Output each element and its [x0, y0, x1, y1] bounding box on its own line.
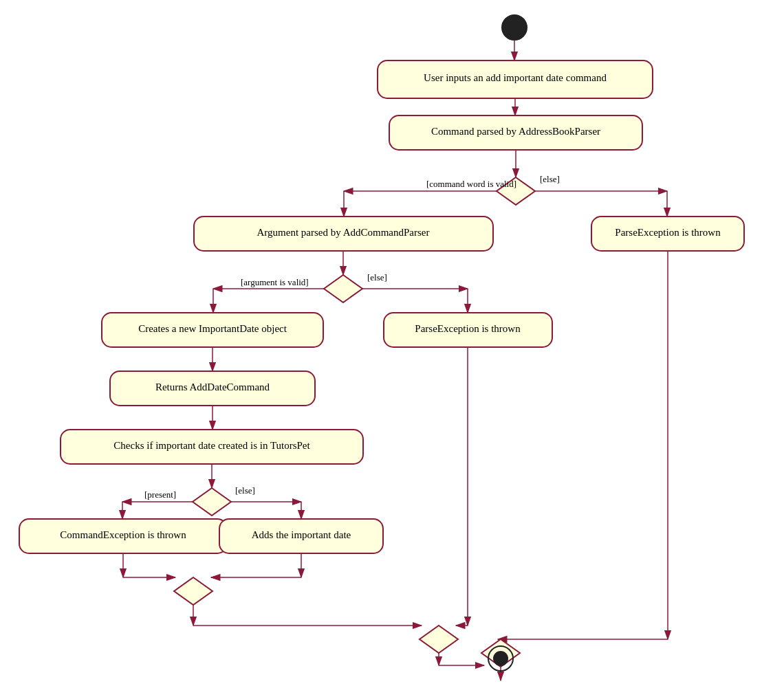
diamond3-label-else: [else] — [235, 485, 255, 496]
diamond1-label-else: [else] — [540, 174, 560, 184]
diamond5 — [420, 626, 458, 653]
node-adds-date-label: Adds the important date — [252, 529, 351, 540]
diamond2-label-valid: [argument is valid] — [241, 277, 309, 287]
node-returns-cmd-label: Returns AddDateCommand — [155, 381, 270, 392]
node-parse-exception2-label: ParseException is thrown — [415, 323, 521, 334]
node-cmd-exception-label: CommandException is thrown — [60, 529, 186, 540]
diamond2 — [324, 275, 362, 302]
end-node-dot — [493, 651, 508, 666]
node-user-input-label: User inputs an add important date comman… — [424, 72, 607, 83]
node-arg-parsed-label: Argument parsed by AddCommandParser — [257, 227, 430, 238]
node-checks-label: Checks if important date created is in T… — [113, 440, 310, 451]
diamond2-label-else: [else] — [367, 272, 387, 283]
node-command-parsed-label: Command parsed by AddressBookParser — [431, 126, 600, 137]
diamond1-label-valid: [command word is valid] — [426, 179, 516, 189]
node-parse-exception1-label: ParseException is thrown — [615, 227, 721, 238]
node-creates-obj-label: Creates a new ImportantDate object — [138, 323, 287, 334]
diamond3 — [193, 488, 231, 516]
start-node — [502, 15, 527, 40]
diamond4 — [174, 577, 213, 605]
diamond3-label-present: [present] — [144, 489, 176, 500]
